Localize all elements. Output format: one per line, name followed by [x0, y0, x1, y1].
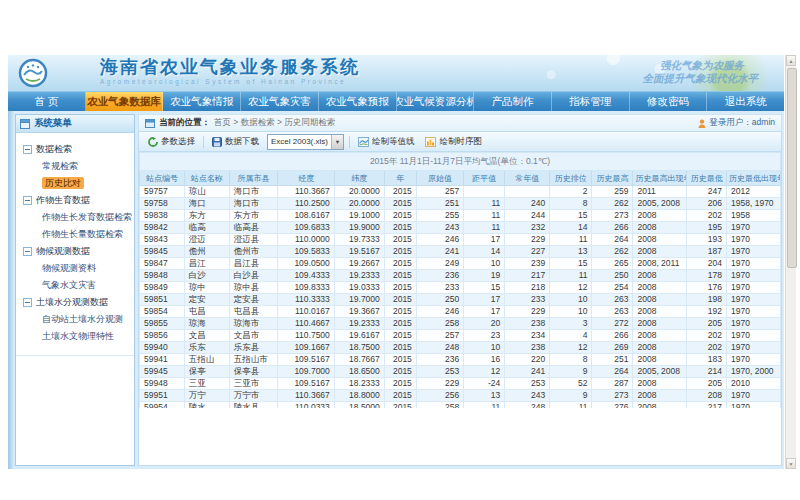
breadcrumb[interactable]: 首页 > 数据检索 > 历史同期检索 [214, 117, 335, 129]
table-row[interactable]: 59849琼中琼中县109.833319.0333201523315218122… [140, 282, 781, 294]
collapse-icon[interactable] [23, 247, 32, 256]
table-cell: 193 [687, 234, 727, 246]
table-cell: 109.5167 [278, 354, 334, 366]
tree-group-1[interactable]: 作物生育数据 [18, 192, 132, 209]
table-cell: 109.5833 [278, 246, 334, 258]
table-cell: 三亚 [184, 378, 229, 390]
table-cell: 18.7500 [334, 342, 384, 354]
nav-tab-8[interactable]: 修改密码 [630, 92, 708, 111]
table-row[interactable]: 59940乐东乐东县109.166718.7500201524810238122… [140, 342, 781, 354]
sidebar: 系统菜单 数据检索常规检索历史比对作物生育数据作物生长发育数据检索作物生长量数据… [15, 114, 135, 466]
tree-item-label: 土壤水文物理特性 [42, 331, 114, 341]
table-cell: 2008 [633, 246, 687, 258]
table-row[interactable]: 59845儋州儋州市109.583319.5167201524114227132… [140, 246, 781, 258]
tree-item[interactable]: 气象水文灾害 [18, 277, 132, 294]
table-cell: 海口市 [229, 186, 278, 198]
tree-item[interactable]: 土壤水文物理特性 [18, 328, 132, 345]
tree-item[interactable]: 自动站土壤水分观测 [18, 311, 132, 328]
table-cell: 257 [416, 330, 463, 342]
table-cell: 246 [416, 234, 463, 246]
param-select-button[interactable]: 参数选择 [145, 135, 198, 149]
collapse-icon[interactable] [23, 196, 32, 205]
table-cell: 263 [592, 306, 633, 318]
tree-item[interactable]: 常规检索 [18, 158, 132, 175]
table-scroll-region[interactable]: 2015年 11月1日-11月7日平均气温(单位：0.1℃) 站点编号站点名称所… [139, 152, 781, 408]
nav-tab-3[interactable]: 农业气象灾害 [241, 92, 319, 111]
tree-group-2[interactable]: 物候观测数据 [18, 243, 132, 260]
table-cell: 176 [687, 282, 727, 294]
table-row[interactable]: 59757琼山海口市110.366720.0000201525722592011… [140, 186, 781, 198]
table-cell: 2008 [633, 402, 687, 409]
draw-timeseries-button[interactable]: 绘制时序图 [422, 135, 485, 149]
nav-tab-5[interactable]: 农业气候资源分析 [397, 92, 475, 111]
table-cell: 195 [687, 222, 727, 234]
content-area: 系统菜单 数据检索常规检索历史比对作物生育数据作物生长发育数据检索作物生长量数据… [8, 111, 784, 469]
table-row[interactable]: 59758海口海口市110.250020.0000201525111240826… [140, 198, 781, 210]
table-cell: 248 [416, 342, 463, 354]
tree-item[interactable]: 物候观测资料 [18, 260, 132, 277]
table-cell: 20.0000 [334, 198, 384, 210]
table-cell: 11 [550, 402, 592, 409]
collapse-icon[interactable] [23, 145, 32, 154]
table-cell: 临高县 [229, 222, 278, 234]
nav-tab-1[interactable]: 农业气象数据库 [86, 92, 164, 111]
table-cell: 临高 [184, 222, 229, 234]
table-row[interactable]: 59951万宁万宁市110.366718.8000201525613243927… [140, 390, 781, 402]
tree-item[interactable]: 作物生长量数据检索 [18, 226, 132, 243]
table-row[interactable]: 59945保亭保亭县109.700018.6500201525312241926… [140, 366, 781, 378]
nav-tab-4[interactable]: 农业气象预报 [319, 92, 397, 111]
tree-item[interactable]: 作物生长发育数据检索 [18, 209, 132, 226]
toolbar-separator [349, 136, 350, 148]
table-row[interactable]: 59855琼海琼海市110.466719.2333201525820238327… [140, 318, 781, 330]
table-row[interactable]: 59843澄迈澄迈县110.000019.7333201524617229112… [140, 234, 781, 246]
nav-tab-7[interactable]: 指标管理 [552, 92, 630, 111]
tree-group-label: 物候观测数据 [36, 245, 90, 258]
tree-item-label: 自动站土壤水分观测 [42, 314, 123, 324]
bar-chart-icon [425, 137, 436, 147]
tree-group-0[interactable]: 数据检索 [18, 141, 132, 158]
chevron-down-icon[interactable]: ▼ [331, 135, 343, 149]
tree-group-3[interactable]: 土壤水分观测数据 [18, 294, 132, 311]
table-cell: 4 [550, 330, 592, 342]
table-row[interactable]: 59954陵水陵水县110.033318.5000201525811248112… [140, 402, 781, 409]
table-row[interactable]: 59842临高临高县109.683319.9000201524311232142… [140, 222, 781, 234]
table-cell: 10 [464, 258, 505, 270]
table-cell: 2008 [633, 390, 687, 402]
vertical-scrollbar[interactable]: ▲ ▼ [785, 55, 796, 469]
table-cell: 2015 [384, 210, 416, 222]
table-cell: 239 [505, 258, 550, 270]
download-button[interactable]: 数据下载 [209, 135, 262, 149]
nav-tab-2[interactable]: 农业气象情报 [163, 92, 241, 111]
table-cell: 52 [550, 378, 592, 390]
table-cell: 2015 [384, 282, 416, 294]
app-window: 海南省农业气象业务服务系统 Agrometeorological System … [8, 55, 784, 469]
table-row[interactable]: 59848白沙白沙县109.433319.2333201523619217112… [140, 270, 781, 282]
table-row[interactable]: 59851定安定安县110.333319.7000201525017233102… [140, 294, 781, 306]
scroll-up-icon[interactable]: ▲ [786, 55, 796, 66]
scroll-down-icon[interactable]: ▼ [786, 458, 796, 469]
scrollbar-thumb[interactable] [787, 68, 797, 268]
table-cell: 2008 [633, 294, 687, 306]
table-cell: 9 [550, 366, 592, 378]
table-cell: 59848 [140, 270, 185, 282]
nav-tab-6[interactable]: 产品制作 [474, 92, 552, 111]
tree-item[interactable]: 历史比对 [18, 175, 132, 192]
table-cell: 19.6167 [334, 330, 384, 342]
table-row[interactable]: 59856文昌文昌市110.750019.6167201525723234426… [140, 330, 781, 342]
table-row[interactable]: 59838东方东方市108.616719.1000201525511244152… [140, 210, 781, 222]
export-format-select[interactable]: Excel 2003(.xls) ▼ [267, 134, 344, 150]
table-cell: 2015 [384, 318, 416, 330]
draw-contour-button[interactable]: 绘制等值线 [355, 135, 418, 149]
table-row[interactable]: 59948三亚三亚市109.516718.23332015229-2425352… [140, 378, 781, 390]
table-cell: 11 [550, 234, 592, 246]
collapse-icon[interactable] [23, 298, 32, 307]
nav-tab-0[interactable]: 首 页 [8, 92, 86, 111]
nav-tab-9[interactable]: 退出系统 [707, 92, 784, 111]
table-cell: 1958 [727, 210, 781, 222]
table-cell: 三亚市 [229, 378, 278, 390]
table-row[interactable]: 59847昌江昌江县109.050019.2667201524910239152… [140, 258, 781, 270]
table-row[interactable]: 59854屯昌屯昌县110.016719.3667201524617229102… [140, 306, 781, 318]
table-cell: 10 [464, 342, 505, 354]
table-row[interactable]: 59941五指山五指山市109.516718.76672015236162208… [140, 354, 781, 366]
tree-item-label: 气象水文灾害 [42, 280, 96, 290]
